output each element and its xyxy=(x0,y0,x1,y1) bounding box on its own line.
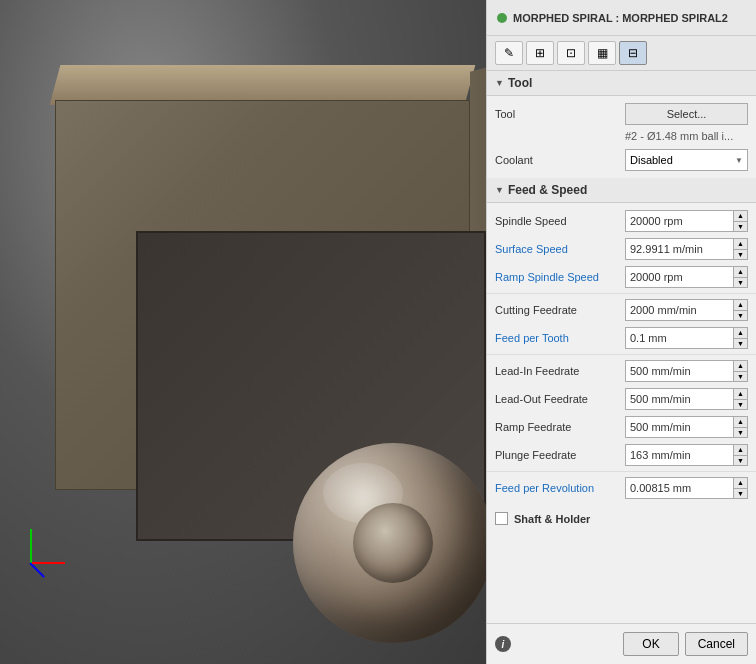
toolbar-btn-2[interactable]: ⊡ xyxy=(557,41,585,65)
coolant-dropdown-icon: ▼ xyxy=(735,156,743,165)
cancel-button[interactable]: Cancel xyxy=(685,632,748,656)
feed-per-tooth-up[interactable]: ▲ xyxy=(733,328,747,339)
divider-3 xyxy=(487,471,756,472)
spacer xyxy=(487,531,756,623)
ramp-feedrate-value: 500 mm/min ▲ ▼ xyxy=(625,416,748,438)
shaft-holder-label: Shaft & Holder xyxy=(514,513,590,525)
surface-speed-value: 92.9911 m/min ▲ ▼ xyxy=(625,238,748,260)
divider-1 xyxy=(487,293,756,294)
workpiece-box xyxy=(55,100,470,490)
tool-section: ▼ Tool Tool Select... #2 - Ø1.48 mm ball… xyxy=(487,71,756,178)
lead-in-feedrate-down[interactable]: ▼ xyxy=(733,372,747,382)
feed-per-rev-spinner[interactable]: ▲ ▼ xyxy=(733,478,747,498)
lead-in-feedrate-text: 500 mm/min xyxy=(630,365,691,377)
divider-2 xyxy=(487,354,756,355)
ramp-feedrate-up[interactable]: ▲ xyxy=(733,417,747,428)
field-row-lead-out-feedrate: Lead-Out Feedrate 500 mm/min ▲ ▼ xyxy=(487,385,756,413)
bottom-bar: i OK Cancel xyxy=(487,623,756,664)
surface-speed-text: 92.9911 m/min xyxy=(630,243,703,255)
tool-select-button[interactable]: Select... xyxy=(625,103,748,125)
feed-per-rev-down[interactable]: ▼ xyxy=(733,489,747,499)
feed-per-tooth-text: 0.1 mm xyxy=(630,332,667,344)
ramp-spindle-speed-up[interactable]: ▲ xyxy=(733,267,747,278)
lead-out-feedrate-spinner[interactable]: ▲ ▼ xyxy=(733,389,747,409)
surface-speed-up[interactable]: ▲ xyxy=(733,239,747,250)
feed-per-tooth-down[interactable]: ▼ xyxy=(733,339,747,349)
ball-center xyxy=(353,503,433,583)
ok-button[interactable]: OK xyxy=(623,632,678,656)
tool-section-header[interactable]: ▼ Tool xyxy=(487,71,756,96)
coolant-select[interactable]: Disabled ▼ xyxy=(625,149,748,171)
field-row-plunge-feedrate: Plunge Feedrate 163 mm/min ▲ ▼ xyxy=(487,441,756,469)
ramp-feedrate-input[interactable]: 500 mm/min ▲ ▼ xyxy=(625,416,748,438)
coolant-select-value: Disabled ▼ xyxy=(625,149,748,171)
ramp-spindle-speed-input[interactable]: 20000 rpm ▲ ▼ xyxy=(625,266,748,288)
feed-per-rev-input[interactable]: 0.00815 mm ▲ ▼ xyxy=(625,477,748,499)
toolbar-btn-0[interactable]: ✎ xyxy=(495,41,523,65)
lead-out-feedrate-input[interactable]: 500 mm/min ▲ ▼ xyxy=(625,388,748,410)
properties-panel: MORPHED SPIRAL : MORPHED SPIRAL2 ✎ ⊞ ⊡ ▦… xyxy=(486,0,756,664)
coolant-label: Coolant xyxy=(495,154,625,166)
toolbar-btn-3[interactable]: ▦ xyxy=(588,41,616,65)
feed-speed-section-header[interactable]: ▼ Feed & Speed xyxy=(487,178,756,203)
plunge-feedrate-label: Plunge Feedrate xyxy=(495,449,625,461)
cutting-feedrate-down[interactable]: ▼ xyxy=(733,311,747,321)
surface-speed-input[interactable]: 92.9911 m/min ▲ ▼ xyxy=(625,238,748,260)
surface-speed-label[interactable]: Surface Speed xyxy=(495,243,625,255)
spindle-speed-spinner[interactable]: ▲ ▼ xyxy=(733,211,747,231)
tool-info-text: #2 - Ø1.48 mm ball i... xyxy=(487,128,756,146)
tool-label: Tool xyxy=(495,108,625,120)
info-text: i xyxy=(502,639,505,650)
spindle-speed-up[interactable]: ▲ xyxy=(733,211,747,222)
pocket xyxy=(136,231,486,541)
toolbar-btn-1[interactable]: ⊞ xyxy=(526,41,554,65)
ramp-spindle-speed-label[interactable]: Ramp Spindle Speed xyxy=(495,271,625,283)
plunge-feedrate-input[interactable]: 163 mm/min ▲ ▼ xyxy=(625,444,748,466)
field-row-feed-per-rev: Feed per Revolution 0.00815 mm ▲ ▼ xyxy=(487,474,756,502)
spindle-speed-down[interactable]: ▼ xyxy=(733,222,747,232)
cutting-feedrate-input[interactable]: 2000 mm/min ▲ ▼ xyxy=(625,299,748,321)
lead-in-feedrate-spinner[interactable]: ▲ ▼ xyxy=(733,361,747,381)
spindle-speed-text: 20000 rpm xyxy=(630,215,683,227)
tool-select-value: Select... xyxy=(625,103,748,125)
feed-per-rev-label[interactable]: Feed per Revolution xyxy=(495,482,625,494)
lead-out-feedrate-label: Lead-Out Feedrate xyxy=(495,393,625,405)
plunge-feedrate-value: 163 mm/min ▲ ▼ xyxy=(625,444,748,466)
ramp-spindle-speed-down[interactable]: ▼ xyxy=(733,278,747,288)
feed-per-tooth-input[interactable]: 0.1 mm ▲ ▼ xyxy=(625,327,748,349)
axes-indicator xyxy=(20,514,70,564)
tool-triangle-icon: ▼ xyxy=(495,78,504,88)
plunge-feedrate-up[interactable]: ▲ xyxy=(733,445,747,456)
surface-speed-down[interactable]: ▼ xyxy=(733,250,747,260)
ramp-feedrate-spinner[interactable]: ▲ ▼ xyxy=(733,417,747,437)
3d-viewport[interactable] xyxy=(0,0,486,664)
toolbar-btn-4[interactable]: ⊟ xyxy=(619,41,647,65)
feed-per-tooth-label[interactable]: Feed per Tooth xyxy=(495,332,625,344)
ramp-feedrate-down[interactable]: ▼ xyxy=(733,428,747,438)
spindle-speed-input[interactable]: 20000 rpm ▲ ▼ xyxy=(625,210,748,232)
lead-out-feedrate-up[interactable]: ▲ xyxy=(733,389,747,400)
surface-speed-spinner[interactable]: ▲ ▼ xyxy=(733,239,747,259)
cutting-feedrate-up[interactable]: ▲ xyxy=(733,300,747,311)
cutting-feedrate-spinner[interactable]: ▲ ▼ xyxy=(733,300,747,320)
lead-in-feedrate-up[interactable]: ▲ xyxy=(733,361,747,372)
lead-out-feedrate-down[interactable]: ▼ xyxy=(733,400,747,410)
shaft-holder-row[interactable]: Shaft & Holder xyxy=(487,506,756,531)
lead-in-feedrate-input[interactable]: 500 mm/min ▲ ▼ xyxy=(625,360,748,382)
field-row-ramp-spindle-speed: Ramp Spindle Speed 20000 rpm ▲ ▼ xyxy=(487,263,756,291)
field-row-lead-in-feedrate: Lead-In Feedrate 500 mm/min ▲ ▼ xyxy=(487,357,756,385)
feed-per-rev-up[interactable]: ▲ xyxy=(733,478,747,489)
plunge-feedrate-spinner[interactable]: ▲ ▼ xyxy=(733,445,747,465)
coolant-select-text: Disabled xyxy=(630,154,673,166)
lead-in-feedrate-value: 500 mm/min ▲ ▼ xyxy=(625,360,748,382)
ramp-spindle-speed-spinner[interactable]: ▲ ▼ xyxy=(733,267,747,287)
lead-in-feedrate-label: Lead-In Feedrate xyxy=(495,365,625,377)
info-icon[interactable]: i xyxy=(495,636,511,652)
feed-per-tooth-spinner[interactable]: ▲ ▼ xyxy=(733,328,747,348)
shaft-holder-checkbox[interactable] xyxy=(495,512,508,525)
tool-section-body: Tool Select... #2 - Ø1.48 mm ball i... C… xyxy=(487,96,756,178)
cutting-feedrate-value: 2000 mm/min ▲ ▼ xyxy=(625,299,748,321)
feed-speed-section-label: Feed & Speed xyxy=(508,183,587,197)
title-bar: MORPHED SPIRAL : MORPHED SPIRAL2 xyxy=(487,0,756,36)
plunge-feedrate-down[interactable]: ▼ xyxy=(733,456,747,466)
